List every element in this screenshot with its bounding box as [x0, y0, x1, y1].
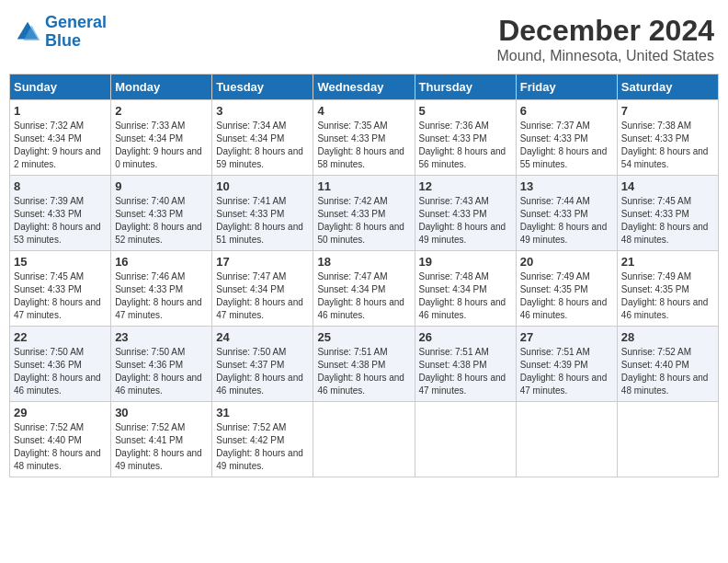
day-header-saturday: Saturday: [617, 75, 718, 100]
calendar-cell: 8Sunrise: 7:39 AM Sunset: 4:33 PM Daylig…: [10, 176, 111, 251]
day-header-sunday: Sunday: [10, 75, 111, 100]
day-number: 9: [115, 179, 208, 193]
day-header-row: SundayMondayTuesdayWednesdayThursdayFrid…: [10, 75, 719, 100]
logo-text: General Blue: [45, 14, 107, 51]
day-number: 20: [520, 255, 613, 269]
subtitle: Mound, Minnesota, United States: [496, 48, 714, 64]
calendar-cell: 15Sunrise: 7:45 AM Sunset: 4:33 PM Dayli…: [10, 251, 111, 327]
calendar-cell: 21Sunrise: 7:49 AM Sunset: 4:35 PM Dayli…: [617, 251, 718, 327]
logo-icon: [14, 18, 41, 46]
calendar-cell: 24Sunrise: 7:50 AM Sunset: 4:37 PM Dayli…: [212, 327, 313, 402]
logo-line2: Blue: [45, 31, 81, 50]
day-number: 10: [216, 179, 309, 193]
day-number: 14: [621, 179, 714, 193]
day-info: Sunrise: 7:51 AM Sunset: 4:38 PM Dayligh…: [419, 346, 512, 397]
day-number: 15: [14, 255, 107, 269]
day-number: 31: [216, 406, 309, 419]
main-title: December 2024: [496, 14, 714, 48]
day-number: 28: [621, 330, 714, 344]
calendar-cell: [617, 402, 718, 477]
day-info: Sunrise: 7:34 AM Sunset: 4:34 PM Dayligh…: [216, 120, 309, 171]
day-number: 16: [115, 255, 208, 269]
day-number: 1: [14, 104, 107, 118]
day-number: 25: [317, 330, 410, 344]
day-info: Sunrise: 7:49 AM Sunset: 4:35 PM Dayligh…: [520, 270, 613, 322]
day-number: 26: [419, 330, 512, 344]
day-number: 3: [216, 104, 309, 118]
calendar-cell: 10Sunrise: 7:41 AM Sunset: 4:33 PM Dayli…: [212, 176, 313, 251]
calendar-week-2: 8Sunrise: 7:39 AM Sunset: 4:33 PM Daylig…: [10, 176, 719, 251]
day-info: Sunrise: 7:52 AM Sunset: 4:42 PM Dayligh…: [216, 421, 309, 473]
calendar-cell: 22Sunrise: 7:50 AM Sunset: 4:36 PM Dayli…: [10, 327, 111, 402]
calendar-cell: 1Sunrise: 7:32 AM Sunset: 4:34 PM Daylig…: [10, 100, 111, 176]
calendar-cell: 20Sunrise: 7:49 AM Sunset: 4:35 PM Dayli…: [516, 251, 617, 327]
calendar-cell: 27Sunrise: 7:51 AM Sunset: 4:39 PM Dayli…: [516, 327, 617, 402]
day-info: Sunrise: 7:42 AM Sunset: 4:33 PM Dayligh…: [317, 195, 410, 247]
day-info: Sunrise: 7:33 AM Sunset: 4:34 PM Dayligh…: [115, 120, 208, 171]
day-info: Sunrise: 7:37 AM Sunset: 4:33 PM Dayligh…: [520, 120, 613, 171]
day-number: 29: [14, 406, 107, 419]
day-info: Sunrise: 7:52 AM Sunset: 4:40 PM Dayligh…: [621, 346, 714, 397]
calendar-week-4: 22Sunrise: 7:50 AM Sunset: 4:36 PM Dayli…: [10, 327, 719, 402]
calendar-table: SundayMondayTuesdayWednesdayThursdayFrid…: [9, 74, 719, 477]
day-number: 12: [419, 179, 512, 193]
day-number: 21: [621, 255, 714, 269]
calendar-cell: 29Sunrise: 7:52 AM Sunset: 4:40 PM Dayli…: [10, 402, 111, 477]
calendar-cell: 6Sunrise: 7:37 AM Sunset: 4:33 PM Daylig…: [516, 100, 617, 176]
day-header-thursday: Thursday: [415, 75, 516, 100]
day-header-friday: Friday: [516, 75, 617, 100]
day-info: Sunrise: 7:51 AM Sunset: 4:38 PM Dayligh…: [317, 346, 410, 397]
calendar-cell: [415, 402, 516, 477]
calendar-cell: 12Sunrise: 7:43 AM Sunset: 4:33 PM Dayli…: [415, 176, 516, 251]
day-number: 17: [216, 255, 309, 269]
day-info: Sunrise: 7:50 AM Sunset: 4:36 PM Dayligh…: [14, 346, 107, 397]
calendar-header: SundayMondayTuesdayWednesdayThursdayFrid…: [10, 75, 719, 100]
calendar-cell: 30Sunrise: 7:52 AM Sunset: 4:41 PM Dayli…: [111, 402, 212, 477]
day-number: 22: [14, 330, 107, 344]
calendar-cell: 13Sunrise: 7:44 AM Sunset: 4:33 PM Dayli…: [516, 176, 617, 251]
day-number: 23: [115, 330, 208, 344]
day-info: Sunrise: 7:47 AM Sunset: 4:34 PM Dayligh…: [216, 270, 309, 322]
day-number: 11: [317, 179, 410, 193]
day-info: Sunrise: 7:51 AM Sunset: 4:39 PM Dayligh…: [520, 346, 613, 397]
day-number: 27: [520, 330, 613, 344]
calendar-week-5: 29Sunrise: 7:52 AM Sunset: 4:40 PM Dayli…: [10, 402, 719, 477]
calendar-cell: 7Sunrise: 7:38 AM Sunset: 4:33 PM Daylig…: [617, 100, 718, 176]
day-info: Sunrise: 7:52 AM Sunset: 4:40 PM Dayligh…: [14, 421, 107, 473]
title-area: December 2024 Mound, Minnesota, United S…: [496, 14, 714, 64]
day-info: Sunrise: 7:52 AM Sunset: 4:41 PM Dayligh…: [115, 421, 208, 473]
calendar-cell: 19Sunrise: 7:48 AM Sunset: 4:34 PM Dayli…: [415, 251, 516, 327]
calendar-cell: 5Sunrise: 7:36 AM Sunset: 4:33 PM Daylig…: [415, 100, 516, 176]
calendar-cell: 31Sunrise: 7:52 AM Sunset: 4:42 PM Dayli…: [212, 402, 313, 477]
day-number: 7: [621, 104, 714, 118]
day-header-tuesday: Tuesday: [212, 75, 313, 100]
day-info: Sunrise: 7:45 AM Sunset: 4:33 PM Dayligh…: [14, 270, 107, 322]
day-number: 2: [115, 104, 208, 118]
calendar-cell: 14Sunrise: 7:45 AM Sunset: 4:33 PM Dayli…: [617, 176, 718, 251]
header: General Blue December 2024 Mound, Minnes…: [9, 9, 719, 64]
day-number: 5: [419, 104, 512, 118]
day-info: Sunrise: 7:36 AM Sunset: 4:33 PM Dayligh…: [419, 120, 512, 171]
calendar-cell: 23Sunrise: 7:50 AM Sunset: 4:36 PM Dayli…: [111, 327, 212, 402]
calendar-cell: [313, 402, 415, 477]
day-info: Sunrise: 7:38 AM Sunset: 4:33 PM Dayligh…: [621, 120, 714, 171]
day-info: Sunrise: 7:35 AM Sunset: 4:33 PM Dayligh…: [317, 120, 410, 171]
calendar-cell: [516, 402, 617, 477]
day-number: 4: [317, 104, 410, 118]
day-number: 24: [216, 330, 309, 344]
day-info: Sunrise: 7:49 AM Sunset: 4:35 PM Dayligh…: [621, 270, 714, 322]
day-info: Sunrise: 7:39 AM Sunset: 4:33 PM Dayligh…: [14, 195, 107, 247]
calendar-cell: 25Sunrise: 7:51 AM Sunset: 4:38 PM Dayli…: [313, 327, 415, 402]
day-info: Sunrise: 7:46 AM Sunset: 4:33 PM Dayligh…: [115, 270, 208, 322]
calendar-body: 1Sunrise: 7:32 AM Sunset: 4:34 PM Daylig…: [10, 100, 719, 477]
day-info: Sunrise: 7:47 AM Sunset: 4:34 PM Dayligh…: [317, 270, 410, 322]
day-number: 6: [520, 104, 613, 118]
calendar-cell: 11Sunrise: 7:42 AM Sunset: 4:33 PM Dayli…: [313, 176, 415, 251]
day-info: Sunrise: 7:32 AM Sunset: 4:34 PM Dayligh…: [14, 120, 107, 171]
day-info: Sunrise: 7:41 AM Sunset: 4:33 PM Dayligh…: [216, 195, 309, 247]
calendar-cell: 18Sunrise: 7:47 AM Sunset: 4:34 PM Dayli…: [313, 251, 415, 327]
logo-line1: General: [45, 13, 107, 31]
calendar-cell: 26Sunrise: 7:51 AM Sunset: 4:38 PM Dayli…: [415, 327, 516, 402]
calendar-cell: 9Sunrise: 7:40 AM Sunset: 4:33 PM Daylig…: [111, 176, 212, 251]
day-header-monday: Monday: [111, 75, 212, 100]
